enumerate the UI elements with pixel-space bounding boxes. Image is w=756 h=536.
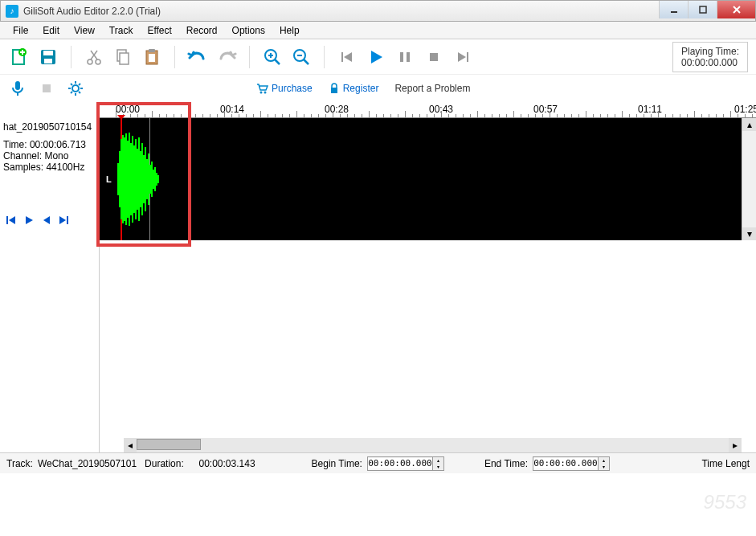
stop-record-button[interactable]: [37, 79, 56, 98]
time-ruler[interactable]: 00:00 00:14 00:28 00:43 00:57 01:11 01:2…: [100, 102, 756, 118]
audio-waveform: [117, 131, 159, 227]
svg-rect-1: [700, 6, 706, 13]
menu-edit[interactable]: Edit: [36, 23, 66, 38]
secondary-toolbar: Purchase Register Report a Problem: [0, 75, 756, 102]
menu-view[interactable]: View: [67, 23, 101, 38]
menu-track[interactable]: Track: [103, 23, 140, 38]
app-logo-icon: ♪: [6, 5, 18, 18]
track-filename: hat_2019050710154: [3, 121, 96, 133]
end-spin-down[interactable]: ▾: [598, 464, 609, 470]
zoom-out-button[interactable]: [290, 46, 313, 68]
lock-icon: [329, 83, 340, 94]
menu-record[interactable]: Record: [180, 23, 224, 38]
paste-button[interactable]: [141, 46, 163, 68]
svg-point-11: [88, 59, 92, 64]
svg-rect-75: [148, 153, 149, 205]
begin-time-input[interactable]: ▴▾: [367, 456, 444, 471]
svg-rect-65: [132, 136, 133, 223]
svg-rect-56: [117, 163, 119, 195]
end-time-input[interactable]: ▴▾: [533, 456, 610, 471]
record-mic-button[interactable]: [8, 79, 27, 98]
svg-point-12: [96, 59, 100, 64]
nav-back[interactable]: [39, 213, 55, 227]
svg-rect-80: [156, 173, 157, 186]
svg-rect-58: [121, 139, 122, 219]
svg-rect-67: [135, 139, 137, 219]
svg-marker-52: [26, 216, 33, 224]
cut-button[interactable]: [83, 46, 105, 68]
menu-help[interactable]: Help: [273, 23, 306, 38]
svg-line-25: [304, 59, 309, 64]
register-link[interactable]: Register: [329, 83, 379, 94]
svg-rect-73: [145, 147, 146, 211]
end-spin-up[interactable]: ▴: [598, 457, 609, 464]
new-button[interactable]: [8, 46, 31, 68]
nav-play[interactable]: [21, 213, 37, 227]
svg-rect-59: [122, 135, 124, 223]
nav-skip-fwd[interactable]: [56, 213, 72, 227]
stop-button[interactable]: [423, 46, 445, 68]
play-button[interactable]: [365, 46, 387, 68]
svg-rect-81: [157, 175, 159, 183]
redo-button[interactable]: [215, 46, 238, 68]
menu-effect[interactable]: Effect: [141, 23, 178, 38]
begin-spin-up[interactable]: ▴: [432, 457, 443, 464]
svg-rect-10: [44, 59, 52, 63]
scroll-thumb[interactable]: [137, 439, 201, 450]
svg-point-48: [264, 92, 267, 94]
svg-point-38: [72, 85, 79, 92]
begin-spin-down[interactable]: ▾: [432, 464, 443, 470]
scroll-left-arrow[interactable]: ◂: [124, 438, 137, 452]
svg-rect-31: [407, 52, 410, 62]
undo-button[interactable]: [186, 46, 209, 68]
settings-gear-button[interactable]: [66, 79, 85, 98]
maximize-button[interactable]: [688, 1, 717, 18]
playing-time-display: Playing Time: 00:00:00.000: [672, 42, 748, 72]
pause-button[interactable]: [394, 46, 416, 68]
svg-rect-68: [137, 149, 138, 210]
purchase-link[interactable]: Purchase: [255, 83, 313, 94]
svg-rect-76: [149, 165, 151, 194]
svg-rect-57: [119, 151, 121, 207]
status-bar: Track: WeChat_20190507101 Duration: 00:0…: [0, 452, 756, 473]
nav-skip-back[interactable]: [3, 213, 19, 227]
save-button[interactable]: [37, 46, 59, 68]
minimize-button[interactable]: [659, 1, 688, 18]
menu-file[interactable]: File: [6, 23, 35, 38]
zoom-in-button[interactable]: [261, 46, 284, 68]
copy-button[interactable]: [112, 46, 134, 68]
svg-rect-60: [124, 137, 125, 221]
svg-rect-64: [130, 143, 132, 215]
svg-rect-27: [341, 52, 343, 62]
svg-marker-28: [344, 52, 352, 62]
svg-line-45: [79, 84, 80, 85]
window-title: GiliSoft Audio Editor 2.2.0 (Trial): [23, 6, 659, 17]
svg-rect-78: [153, 170, 154, 189]
svg-rect-9: [43, 51, 53, 55]
skip-next-button[interactable]: [452, 46, 474, 68]
waveform-canvas[interactable]: L: [100, 118, 742, 240]
menu-options[interactable]: Options: [226, 23, 272, 38]
waveform-area[interactable]: L ▴ ▾ ◂: [100, 118, 756, 452]
svg-rect-30: [400, 52, 403, 62]
scroll-right-arrow[interactable]: ▸: [729, 438, 742, 452]
scroll-down-arrow[interactable]: ▾: [742, 227, 756, 240]
vertical-scrollbar[interactable]: ▴ ▾: [742, 118, 756, 240]
horizontal-scrollbar[interactable]: ◂ ▸: [124, 438, 742, 452]
svg-rect-61: [125, 133, 127, 225]
svg-marker-33: [458, 52, 466, 62]
main-toolbar: Playing Time: 00:00:00.000: [0, 39, 756, 75]
svg-marker-51: [9, 216, 15, 224]
scroll-up-arrow[interactable]: ▴: [742, 118, 756, 131]
watermark: 9553: [704, 491, 746, 513]
close-button[interactable]: [717, 1, 755, 18]
svg-rect-34: [467, 52, 468, 62]
svg-rect-66: [133, 145, 135, 213]
svg-rect-72: [143, 155, 145, 203]
svg-rect-49: [331, 88, 337, 93]
track-info-panel: hat_2019050710154 Time: 00:00:06.713 Cha…: [0, 118, 100, 452]
svg-line-44: [79, 92, 80, 93]
report-problem-link[interactable]: Report a Problem: [394, 83, 470, 94]
svg-line-46: [71, 92, 72, 93]
skip-prev-button[interactable]: [336, 46, 358, 68]
